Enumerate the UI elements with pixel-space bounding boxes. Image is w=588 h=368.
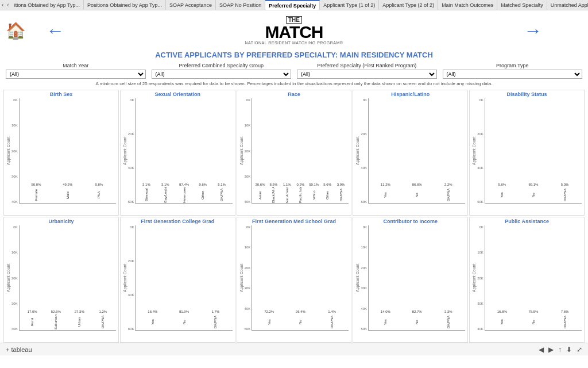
bar-pct-label: 86.6%	[412, 183, 422, 186]
chart-title: First Generation Med School Grad	[239, 218, 349, 224]
filters-row: Match Year(All)Preferred Combined Specia…	[0, 63, 588, 79]
bar-category-label: Yes	[151, 314, 154, 330]
chart-inner: 50K40K30K20K10K0K14.0%Yes82.7%No3.3%DK/P…	[361, 225, 465, 331]
bars-area: 17.0%Rural52.6%Suburban27.3%Urban1.2%DK/…	[19, 225, 116, 331]
y-tick: 20K	[361, 266, 367, 270]
bars-area: 14.0%Yes82.7%No3.3%DK/PNA	[368, 225, 465, 331]
filter-label: Match Year	[6, 63, 146, 68]
filter-select[interactable]: (All)	[443, 70, 583, 79]
bar-group: 5.6%Other	[320, 183, 334, 203]
y-tick: 30K	[11, 175, 18, 178]
bars-area: 3.1%Bisexual3.1%Gay/Lesbian87.4%Heterose…	[135, 98, 232, 204]
tab-item[interactable]: Applicant Type (1 of 2)	[320, 0, 379, 10]
y-axis-label: Applicant Count	[239, 98, 243, 204]
bar-category-label: Urban	[78, 314, 81, 330]
bar-pct-label: 3.9%	[337, 183, 345, 186]
footer: + tableau ◀ ▶ ↑ ⬇ ⤢	[0, 343, 588, 355]
filter-select[interactable]: (All)	[152, 70, 292, 79]
chart-container: First Generation College GradApplicant C…	[120, 217, 235, 343]
tab-item[interactable]: Applicant Type (2 of 2)	[379, 0, 438, 10]
y-tick: 60K	[128, 200, 134, 204]
bar-category-label: DK/PNA	[214, 314, 217, 330]
chart-area: Applicant Count60K40K20K0K16.4%Yes81.9%N…	[123, 225, 233, 331]
bar-pct-label: 30.6%	[255, 183, 265, 186]
y-tick: 10K	[11, 124, 18, 127]
chart-container: Contributor to IncomeApplicant Count50K4…	[353, 217, 468, 343]
footer-share-icon[interactable]: ↑	[558, 346, 562, 354]
bar-pct-label: 87.4%	[179, 183, 189, 186]
bar-group: 87.4%Heterosexual	[175, 183, 194, 203]
home-button[interactable]: 🏠	[6, 21, 26, 40]
bar-group: 1.4%DK/PNA	[316, 310, 348, 330]
bar-category-label: No	[415, 187, 419, 203]
tab-item[interactable]: Preferred Specialty	[265, 0, 320, 10]
bar-group: 75.5%No	[518, 310, 550, 330]
chart-container: Sexual OrientationApplicant Count60K40K2…	[120, 90, 235, 216]
bar-category-label: PNA	[97, 187, 100, 203]
tab-item[interactable]: Positions Obtained by App Typ...	[84, 0, 166, 10]
bar-group: 16.4%Yes	[137, 310, 168, 330]
tab-item[interactable]: SOAP No Position	[216, 0, 265, 10]
y-tick: 20K	[245, 150, 251, 153]
y-tick: 30K	[11, 302, 18, 305]
bar-category-label: DK/PNA	[330, 314, 334, 330]
filter-label: Preferred Combined Specialty Group	[152, 63, 292, 68]
tab-item[interactable]: Main Match Outcomes	[438, 0, 497, 10]
chart-container: Disability StatusApplicant Count60K40K20…	[469, 90, 585, 216]
y-tick: 0K	[245, 225, 251, 229]
chart-area: Applicant Count50K40K30K20K10K0K72.2%Yes…	[239, 225, 349, 331]
y-tick: 50K	[361, 327, 367, 331]
bar-category-label: DK/PNA	[563, 314, 567, 330]
chart-area: Applicant Count60K40K20K0K3.1%Bisexual3.…	[123, 98, 233, 204]
filter-group: Match Year(All)	[6, 63, 146, 79]
bar-pct-label: 11.2%	[381, 183, 390, 186]
y-axis-label: Applicant Count	[355, 225, 359, 331]
right-arrow-icon: →	[524, 20, 542, 41]
nav-left-button[interactable]: ←	[46, 20, 64, 41]
chart-title: Disability Status	[472, 91, 582, 97]
bar-group: 26.4%No	[285, 310, 316, 330]
bar-category-label: Other	[326, 187, 329, 203]
bar-category-label: DK/PNA	[101, 314, 105, 330]
y-axis-label: Applicant Count	[239, 225, 243, 331]
bar-group: 7.6%DK/PNA	[549, 310, 581, 330]
tab-item[interactable]: Matched Specialty	[497, 0, 547, 10]
tab-nav-prev2[interactable]: ‹	[5, 2, 10, 8]
bar-category-label: No	[299, 314, 302, 330]
bar-category-label: Female	[34, 187, 38, 203]
footer-fullscreen-icon[interactable]: ⤢	[577, 346, 582, 354]
bar-category-label: Wht o	[312, 187, 316, 203]
chart-title: Birth Sex	[6, 91, 116, 97]
bar-category-label: No	[415, 314, 419, 330]
y-tick: 40K	[361, 307, 367, 310]
tab-item[interactable]: SOAP Acceptance	[166, 0, 216, 10]
bar-pct-label: 17.0%	[28, 310, 37, 313]
chart-title: Sexual Orientation	[123, 91, 233, 97]
y-axis-label: Applicant Count	[123, 225, 127, 331]
y-tick: 40K	[477, 327, 483, 331]
tab-nav-prev[interactable]: ‹	[0, 2, 5, 8]
y-tick: 10K	[477, 251, 483, 254]
bar-pct-label: 0.6%	[199, 183, 207, 186]
filter-select[interactable]: (All)	[6, 70, 146, 79]
bar-category-label: Yes	[500, 314, 504, 330]
tab-item[interactable]: Unmatched Applica...	[547, 0, 588, 10]
nav-right-button[interactable]: →	[524, 20, 542, 41]
chart-area: Applicant Count40K30K20K10K0K30.6%Asian8…	[239, 98, 349, 204]
footer-next-icon[interactable]: ▶	[548, 346, 554, 354]
header: 🏠 ← THE MATCH NATIONAL RESIDENT MATCHING…	[0, 10, 588, 51]
y-tick: 30K	[361, 286, 367, 290]
y-tick: 60K	[361, 200, 367, 204]
bars-area: 30.6%Asian8.5%Black/Afr Amer1.1%Nat Amer…	[252, 98, 349, 204]
y-tick: 20K	[11, 277, 18, 280]
footer-download-icon[interactable]: ⬇	[566, 346, 572, 354]
footer-prev-icon[interactable]: ◀	[539, 346, 544, 354]
bar-pct-label: 5.6%	[498, 183, 506, 186]
bar-pct-label: 3.3%	[444, 310, 452, 313]
chart-area: Applicant Count60K40K20K0K5.6%Yes89.1%No…	[472, 98, 582, 204]
filter-select[interactable]: (All)	[297, 70, 437, 79]
y-tick: 0K	[477, 98, 483, 102]
bar-group: 82.7%No	[401, 310, 433, 330]
tab-item[interactable]: itions Obtained by App Typ...	[11, 0, 84, 10]
bars-area: 11.2%Yes86.6%No2.2%DK/PNA	[368, 98, 465, 204]
